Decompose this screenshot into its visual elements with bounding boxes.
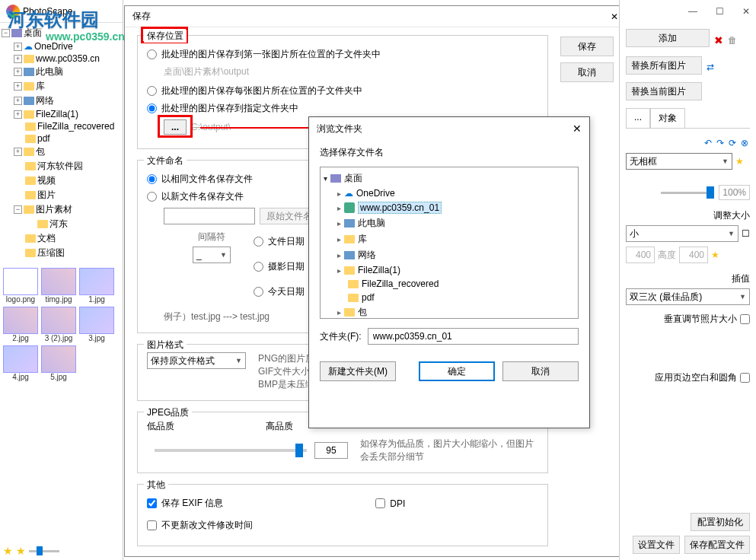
add-button[interactable]: 添加 xyxy=(626,29,710,47)
exif-checkbox[interactable] xyxy=(147,498,157,508)
date-radio-file[interactable] xyxy=(254,237,263,247)
tree-item[interactable]: 网络 xyxy=(36,94,54,107)
tree-item-pc[interactable]: 此电脑 xyxy=(36,65,63,78)
thumbnail[interactable]: logo.png xyxy=(3,268,38,304)
close-icon[interactable]: ✕ xyxy=(611,11,618,22)
save-button[interactable]: 保存 xyxy=(560,37,614,56)
expand-icon[interactable]: + xyxy=(14,68,22,76)
tree-item[interactable]: 包 xyxy=(358,306,367,319)
redo-icon[interactable]: ↷ xyxy=(716,138,724,148)
tree-item-selected[interactable]: www.pc0359.cn_01 xyxy=(358,202,442,214)
quality-slider[interactable] xyxy=(155,449,307,452)
refresh-icon[interactable]: ⟳ xyxy=(729,138,736,148)
expand-icon[interactable]: + xyxy=(14,55,22,63)
filename-input[interactable] xyxy=(164,208,255,224)
tree-item[interactable]: 此电脑 xyxy=(358,217,385,230)
zoom-slider[interactable] xyxy=(29,550,59,552)
expand-icon[interactable]: ▸ xyxy=(337,251,341,259)
tab[interactable]: ... xyxy=(626,108,650,128)
width-input[interactable] xyxy=(626,247,655,263)
nomod-checkbox[interactable] xyxy=(147,520,157,530)
format-dropdown[interactable]: 保持原文件格式▼ xyxy=(147,352,246,369)
collapse-icon[interactable]: − xyxy=(14,205,22,214)
expand-icon[interactable]: ▸ xyxy=(337,204,341,212)
tree-item[interactable]: 网络 xyxy=(358,249,376,262)
expand-icon[interactable]: ▸ xyxy=(337,189,341,198)
maximize-icon[interactable]: ☐ xyxy=(716,6,724,17)
tree-item[interactable]: 视频 xyxy=(37,174,56,187)
expand-icon[interactable]: + xyxy=(14,110,22,119)
thumbnail[interactable]: timg.jpg xyxy=(41,268,76,304)
cancel-button[interactable]: 取消 xyxy=(560,62,614,82)
tree-item[interactable]: 库 xyxy=(358,233,367,246)
cancel-button[interactable]: 取消 xyxy=(502,361,579,381)
new-folder-button[interactable]: 新建文件夹(M) xyxy=(320,361,396,381)
star-icon[interactable]: ★ xyxy=(3,545,13,557)
expand-icon[interactable]: ▸ xyxy=(337,308,341,317)
expand-icon[interactable]: ▸ xyxy=(337,235,341,243)
location-radio-2[interactable] xyxy=(147,86,157,96)
expand-icon[interactable]: + xyxy=(14,148,22,156)
tree-item[interactable]: FileZilla_recovered xyxy=(362,278,439,289)
expand-icon[interactable]: + xyxy=(14,82,22,91)
opacity-slider[interactable] xyxy=(661,192,714,194)
height-input[interactable] xyxy=(679,247,708,263)
tree-item[interactable]: 包 xyxy=(36,145,45,158)
naming-radio-2[interactable] xyxy=(147,192,157,202)
ok-button[interactable]: 确定 xyxy=(419,361,495,381)
tree-item[interactable]: 库 xyxy=(36,80,45,93)
tree-item[interactable]: FileZilla(1) xyxy=(358,265,400,275)
naming-radio-1[interactable] xyxy=(147,174,157,184)
tree-item[interactable]: FileZilla_recovered xyxy=(37,121,114,132)
thumbnail[interactable]: 2.jpg xyxy=(3,307,38,342)
delete-icon[interactable]: ✖ xyxy=(714,34,723,46)
vert-adjust-checkbox[interactable] xyxy=(740,314,750,324)
thumbnail[interactable]: 3.jpg xyxy=(79,307,114,342)
config-init-button[interactable]: 配置初始化 xyxy=(691,513,750,531)
tree-item[interactable]: www.pc0359.cn xyxy=(36,53,100,64)
minimize-icon[interactable]: — xyxy=(688,6,697,17)
interp-dropdown[interactable]: 双三次 (最佳品质)▼ xyxy=(626,288,750,305)
tab-objects[interactable]: 对象 xyxy=(650,108,685,128)
folder-tree[interactable]: −桌面 +☁OneDrive +www.pc0359.cn +此电脑 +库 +网… xyxy=(0,23,123,263)
replace-all-button[interactable]: 替换所有图片 xyxy=(626,56,702,75)
tree-item[interactable]: pdf xyxy=(37,133,50,144)
collapse-icon[interactable]: ▾ xyxy=(324,174,327,183)
browse-tree[interactable]: ▾桌面 ▸☁OneDrive ▸www.pc0359.cn_01 ▸此电脑 ▸库… xyxy=(320,167,579,319)
tree-item[interactable]: 图片素材 xyxy=(36,203,72,216)
tree-root[interactable]: 桌面 xyxy=(344,172,362,185)
tree-item[interactable]: 图片 xyxy=(37,189,56,202)
trash-icon[interactable]: 🗑 xyxy=(728,35,737,46)
replace-current-button[interactable]: 替换当前图片 xyxy=(626,82,702,100)
tree-item[interactable]: 河东 xyxy=(49,218,68,231)
tree-item[interactable]: FileZilla(1) xyxy=(36,109,78,119)
dpi-checkbox[interactable] xyxy=(375,498,385,508)
close-icon[interactable]: ✕ xyxy=(742,6,750,17)
thumbnail[interactable]: 1.jpg xyxy=(79,268,114,304)
frame-dropdown[interactable]: 无相框▼ xyxy=(626,153,732,170)
set-file-button[interactable]: 设置文件 xyxy=(633,536,680,554)
location-radio-3[interactable] xyxy=(147,103,157,113)
expand-icon[interactable]: ▸ xyxy=(337,219,341,228)
quality-value[interactable]: 95 xyxy=(314,442,348,459)
tree-item[interactable]: 压缩图 xyxy=(37,247,65,259)
round-corners-checkbox[interactable] xyxy=(740,373,750,383)
location-radio-1[interactable] xyxy=(147,49,157,59)
thumbnail[interactable]: 4.jpg xyxy=(3,345,38,381)
star-icon[interactable]: ★ xyxy=(711,250,719,260)
tree-item[interactable]: OneDrive xyxy=(356,188,395,199)
save-config-button[interactable]: 保存配置文件 xyxy=(684,536,750,554)
undo-icon[interactable]: ↶ xyxy=(704,138,712,148)
star-icon[interactable]: ★ xyxy=(735,156,744,167)
date-radio-today[interactable] xyxy=(254,287,263,297)
tree-item[interactable]: 河东软件园 xyxy=(37,160,83,173)
close-icon[interactable]: ✕ xyxy=(573,123,582,135)
folder-name-input[interactable] xyxy=(368,328,579,345)
tree-item-onedrive[interactable]: OneDrive xyxy=(34,41,73,52)
lock-icon[interactable]: ☐ xyxy=(742,228,750,239)
expand-icon[interactable]: + xyxy=(14,43,22,51)
separator-dropdown[interactable]: _▼ xyxy=(193,247,231,263)
thumbnail[interactable]: 3 (2).jpg xyxy=(41,307,76,342)
swap-icon[interactable]: ⇄ xyxy=(707,62,714,72)
tree-item[interactable]: 文档 xyxy=(37,232,56,245)
